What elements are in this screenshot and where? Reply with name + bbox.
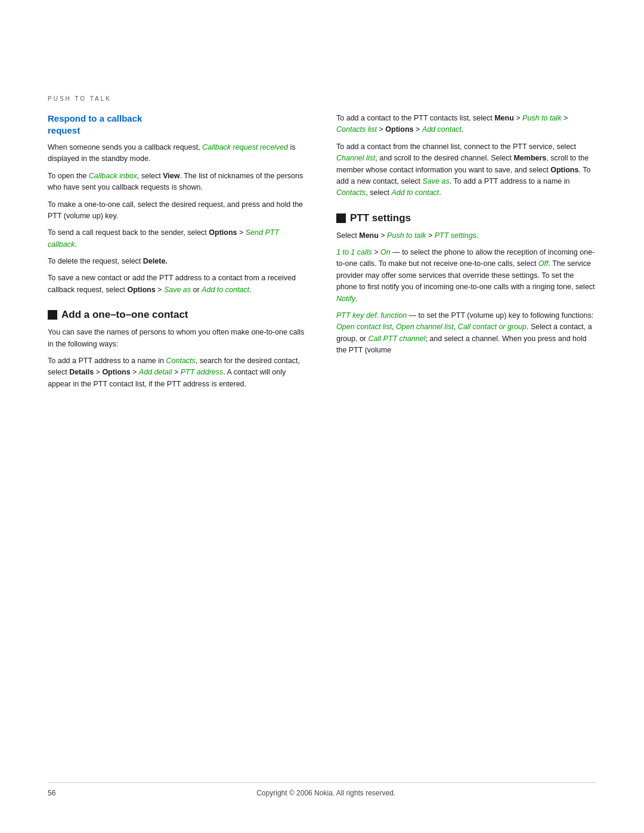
copyright-text: Copyright © 2006 Nokia. All rights reser…	[256, 789, 395, 797]
left-column: Respond to a callback request When someo…	[48, 113, 308, 763]
section-add-contact: Add a one–to–one contact You can save th…	[48, 309, 308, 390]
right-column: To add a contact to the PTT contacts lis…	[336, 113, 596, 763]
add-contact-para-2: To add a PTT address to a name in Contac…	[48, 355, 308, 390]
section-callback-heading: Respond to a callback request	[48, 113, 308, 136]
page-number: 56	[48, 789, 55, 797]
add-contact-para-1: You can save the names of persons to who…	[48, 327, 308, 350]
page-footer: 56 Copyright © 2006 Nokia. All rights re…	[48, 782, 596, 797]
ptt-settings-para-1: Select Menu > Push to talk > PTT setting…	[336, 230, 596, 241]
callback-para-1: When someone sends you a callback reques…	[48, 142, 308, 165]
header-label: Push to talk	[48, 95, 596, 102]
ptt-settings-box-icon	[336, 213, 346, 223]
two-col-layout: Respond to a callback request When someo…	[48, 113, 596, 763]
page: Push to talk Respond to a callback reque…	[0, 0, 644, 833]
add-contact-heading: Add a one–to–one contact	[48, 309, 308, 321]
section-callback-request: Respond to a callback request When someo…	[48, 113, 308, 296]
section-box-icon	[48, 310, 57, 320]
ptt-settings-heading: PTT settings	[336, 212, 596, 224]
add-contact-right-para-2: To add a contact from the channel list, …	[336, 141, 596, 199]
add-contact-right-para-1: To add a contact to the PTT contacts lis…	[336, 113, 596, 136]
section-add-contact-right: To add a contact to the PTT contacts lis…	[336, 113, 596, 199]
section-ptt-settings: PTT settings Select Menu > Push to talk …	[336, 212, 596, 357]
ptt-settings-para-2: 1 to 1 calls > On — to select the phone …	[336, 247, 596, 305]
callback-para-4: To send a call request back to the sende…	[48, 227, 308, 250]
ptt-settings-para-3: PTT key def. function — to set the PTT (…	[336, 310, 596, 357]
callback-para-2: To open the Callback inbox, select View.…	[48, 171, 308, 194]
callback-para-5: To delete the request, select Delete.	[48, 256, 308, 267]
callback-para-6: To save a new contact or add the PTT add…	[48, 272, 308, 296]
callback-para-3: To make a one-to-one call, select the de…	[48, 199, 308, 222]
